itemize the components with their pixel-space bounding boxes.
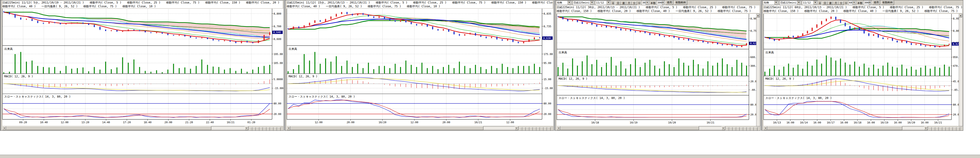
x-axis-label: 09:20: [19, 121, 27, 124]
minute-input[interactable]: 30▼: [641, 0, 649, 5]
mini-button[interactable]: [526, 127, 529, 131]
mini-button[interactable]: [270, 127, 274, 131]
bar-type-button[interactable]: 日: [822, 2, 827, 5]
chart-title-line2: 移動平均( Close, 40 ) 一目均衡表( 9, 26, 52 ) 移動平…: [2, 5, 283, 8]
contract-select[interactable]: 11/12▼: [595, 0, 611, 5]
bar-count-input[interactable]: 300▼: [657, 0, 665, 5]
chevron-down-icon[interactable]: ▼: [797, 1, 800, 5]
scroll-right-icon[interactable]: ►: [722, 126, 725, 130]
spinner-icon[interactable]: ▼: [869, 1, 871, 5]
chart-plot-area[interactable]: 12:0020:0010/2012:0020:0010/2112:008,835…: [287, 9, 554, 126]
mini-button[interactable]: [274, 127, 277, 131]
mini-button[interactable]: [277, 127, 281, 131]
mini-button[interactable]: [935, 127, 939, 131]
bar-type-button[interactable]: 週: [827, 2, 833, 5]
multi-symbol-button[interactable]: 複数銘柄: [881, 0, 894, 5]
mini-button[interactable]: [256, 127, 259, 131]
scroll-down-icon[interactable]: ▼: [959, 14, 962, 17]
scrollbar-track[interactable]: [767, 126, 924, 130]
mini-button[interactable]: [547, 127, 550, 131]
scrollbar-thumb[interactable]: [6, 126, 211, 130]
chevron-down-icon[interactable]: ▼: [813, 1, 817, 5]
scrollbar-track[interactable]: [291, 126, 515, 130]
chevron-down-icon[interactable]: ▼: [590, 1, 593, 5]
mini-button[interactable]: [943, 127, 946, 131]
category-select[interactable]: 先物▼: [556, 0, 572, 5]
mini-button[interactable]: [928, 127, 932, 131]
mini-button[interactable]: [747, 127, 750, 131]
mini-button[interactable]: [726, 127, 729, 131]
chevron-down-icon[interactable]: ▼: [607, 1, 610, 5]
scroll-left-icon[interactable]: ◄: [557, 126, 560, 130]
mini-button[interactable]: [729, 127, 733, 131]
mini-button[interactable]: [740, 127, 743, 131]
mini-button[interactable]: [530, 127, 533, 131]
horizontal-scrollbar[interactable]: ◄ ►: [2, 126, 248, 130]
spinner-icon[interactable]: ▼: [646, 1, 649, 5]
bar-type-button[interactable]: 週: [621, 2, 626, 5]
spinner-icon[interactable]: ▼: [662, 1, 664, 5]
apply-button[interactable]: 適用: [665, 0, 673, 5]
bar-type-button[interactable]: 日: [615, 2, 621, 5]
vertical-scrollbar[interactable]: ▼: [959, 14, 963, 126]
horizontal-scrollbar[interactable]: ◄ ►: [557, 126, 725, 130]
chevron-down-icon[interactable]: ▼: [774, 1, 778, 5]
mini-button[interactable]: [957, 127, 960, 131]
mini-button[interactable]: [939, 127, 942, 131]
mini-button[interactable]: [533, 127, 536, 131]
scroll-left-icon[interactable]: ◄: [2, 126, 6, 130]
chevron-down-icon[interactable]: ▼: [568, 1, 571, 5]
scrollbar-thumb[interactable]: [291, 126, 484, 130]
mini-button[interactable]: [946, 127, 950, 131]
mini-button[interactable]: [754, 127, 757, 131]
spinner-icon[interactable]: ▼: [852, 1, 856, 5]
mini-button[interactable]: [544, 127, 547, 131]
y-axis-label: 8,800: [274, 12, 281, 15]
bar-type-button[interactable]: 分: [838, 2, 844, 5]
apply-button[interactable]: 適用: [872, 0, 880, 5]
chart-plot-area[interactable]: 10/1810/1910/2010/218,9058,7558,605600.0…: [557, 14, 760, 126]
vertical-scrollbar[interactable]: ▼: [756, 14, 760, 126]
mini-button[interactable]: [733, 127, 736, 131]
mini-button[interactable]: [259, 127, 263, 131]
scrollbar-track[interactable]: [560, 126, 722, 130]
scroll-right-icon[interactable]: ►: [515, 126, 519, 130]
contract-select[interactable]: 11/12▼: [802, 0, 818, 5]
chart-plot-area[interactable]: 09:2010:4012:0013:2014:4017:2018:4020:00…: [2, 9, 283, 126]
scroll-left-icon[interactable]: ◄: [764, 126, 767, 130]
horizontal-scrollbar[interactable]: ◄ ►: [764, 126, 928, 130]
mini-button[interactable]: [751, 127, 754, 131]
mini-button[interactable]: [267, 127, 270, 131]
minute-input[interactable]: 60▼: [848, 0, 856, 5]
scroll-right-icon[interactable]: ►: [245, 126, 248, 130]
scroll-down-icon[interactable]: ▼: [756, 14, 759, 17]
horizontal-scrollbar[interactable]: ◄ ►: [287, 126, 519, 130]
mini-button[interactable]: [249, 127, 252, 131]
mini-button[interactable]: [950, 127, 953, 131]
scrollbar-track[interactable]: [6, 126, 245, 130]
mini-button[interactable]: [932, 127, 935, 131]
scroll-left-icon[interactable]: ◄: [287, 126, 291, 130]
symbol-select[interactable]: 日経225mini▼: [779, 0, 801, 5]
bar-type-button[interactable]: 月: [626, 2, 632, 5]
symbol-select[interactable]: 日経225mini▼: [573, 0, 594, 5]
chart-plot-area[interactable]: 10/1316:0010/1416:0010/1716:0010/1816:00…: [764, 14, 963, 126]
y-axis-label: 8,700: [274, 25, 281, 28]
scrollbar-thumb[interactable]: [560, 126, 699, 130]
mini-button[interactable]: [519, 127, 522, 131]
mini-button[interactable]: [540, 127, 544, 131]
bar-type-button[interactable]: 分: [632, 2, 637, 5]
mini-button[interactable]: [253, 127, 256, 131]
multi-symbol-button[interactable]: 複数銘柄: [674, 0, 687, 5]
scroll-right-icon[interactable]: ►: [924, 126, 928, 130]
mini-button[interactable]: [953, 127, 956, 131]
mini-button[interactable]: [522, 127, 526, 131]
category-select[interactable]: 先物▼: [763, 0, 779, 5]
bar-type-button[interactable]: 月: [833, 2, 838, 5]
mini-button[interactable]: [263, 127, 266, 131]
mini-button[interactable]: [537, 127, 540, 131]
bar-count-input[interactable]: 300▼: [863, 0, 872, 5]
mini-button[interactable]: [743, 127, 747, 131]
mini-button[interactable]: [737, 127, 740, 131]
scrollbar-thumb[interactable]: [767, 126, 902, 130]
